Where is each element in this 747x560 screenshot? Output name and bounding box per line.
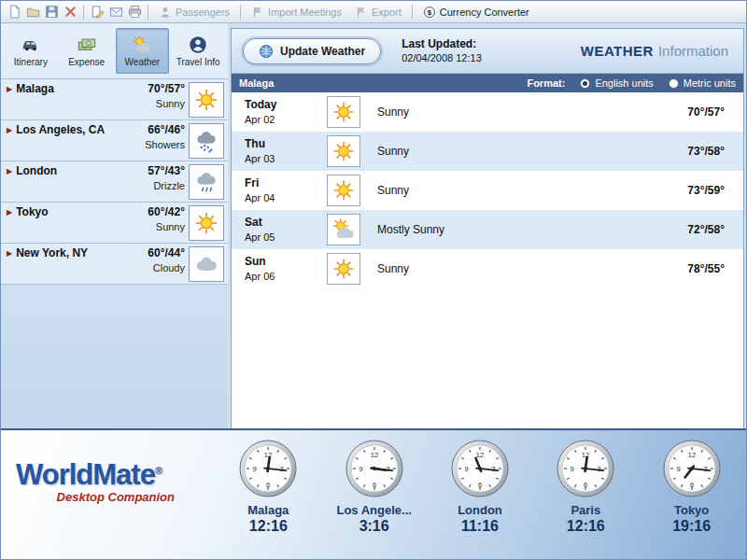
weather-condition-icon xyxy=(189,205,224,241)
bullet-icon: ▶ xyxy=(7,126,12,134)
clock-city-label: Los Angele... xyxy=(336,503,411,517)
bullet-icon: ▶ xyxy=(7,208,12,217)
bullet-icon: ▶ xyxy=(7,85,12,93)
last-updated: Last Updated: 02/04/2008 12:13 xyxy=(402,37,482,65)
world-clock-los-angeles: Los Angele... 3:16 xyxy=(323,439,426,535)
forecast-row-fri: FriApr 04 Sunny 73°/59° xyxy=(232,171,743,210)
delete-icon[interactable] xyxy=(61,3,79,21)
forecast-weather-icon xyxy=(327,253,360,285)
city-condition: Sunny xyxy=(7,98,185,109)
analog-clock-icon xyxy=(238,439,298,498)
send-icon[interactable] xyxy=(106,3,125,21)
toolbar-separator xyxy=(412,5,413,20)
clock-time-label: 19:16 xyxy=(672,518,711,535)
passengers-button[interactable]: Passengers xyxy=(152,5,236,20)
toolbar: Passengers Import Meetings Export $ Curr… xyxy=(1,1,746,23)
edit-icon[interactable] xyxy=(88,3,106,21)
forecast-condition: Sunny xyxy=(377,145,409,158)
city-name: Los Angeles, CA xyxy=(16,123,105,136)
city-row-new-york[interactable]: ▶ New York, NY 60°/44° Cloudy xyxy=(1,244,228,285)
clock-time-label: 12:16 xyxy=(249,518,288,535)
update-weather-button[interactable]: Update Weather xyxy=(243,38,381,64)
currency-converter-button[interactable]: $ Currency Converter xyxy=(416,5,536,20)
forecast-temp: 70°/57° xyxy=(687,105,725,119)
city-row-tokyo[interactable]: ▶ Tokyo 60°/42° Sunny xyxy=(1,203,228,244)
analog-clock-icon xyxy=(345,439,404,498)
clock-time-label: 3:16 xyxy=(359,518,389,535)
forecast-row-thu: ThuApr 03 Sunny 73°/58° xyxy=(232,132,743,171)
print-icon[interactable] xyxy=(125,3,144,21)
radio-icon[interactable] xyxy=(669,78,679,89)
currency-icon: $ xyxy=(423,6,436,19)
clock-city-label: Tokyo xyxy=(674,503,709,517)
forecast-temp: 78°/55° xyxy=(687,262,725,275)
clock-city-label: Paris xyxy=(571,503,600,517)
forecast-row-sat: SatApr 05 Mostly Sunny 72°/58° xyxy=(232,210,743,249)
radio-icon[interactable] xyxy=(580,78,590,89)
toolbar-separator xyxy=(240,5,241,20)
save-icon[interactable] xyxy=(42,3,61,21)
bullet-icon: ▶ xyxy=(7,249,12,258)
city-name: Tokyo xyxy=(16,205,48,218)
page-title: WEATHERInformation xyxy=(581,43,732,59)
import-meetings-icon xyxy=(251,6,264,19)
forecast-condition: Sunny xyxy=(377,184,409,197)
analog-clock-icon xyxy=(556,439,615,498)
city-row-malaga[interactable]: ▶ Malaga 70°/57° Sunny xyxy=(1,79,228,120)
city-row-los-angeles[interactable]: ▶ Los Angeles, CA 66°/46° Showers xyxy=(1,120,228,161)
weather-condition-icon xyxy=(189,246,224,282)
worldmate-logo: WorldMate® Desktop Companion xyxy=(1,430,214,559)
analog-clock-icon xyxy=(662,439,722,498)
world-clocks: Malaga 12:16 Los Angele... 3:16 xyxy=(214,430,746,559)
weather-condition-icon xyxy=(189,82,224,118)
clock-city-label: London xyxy=(458,503,502,517)
forecast-weather-icon xyxy=(327,214,360,245)
tab-expense[interactable]: Expense xyxy=(60,28,114,74)
forecast-temp: 72°/58° xyxy=(687,223,725,236)
city-condition: Cloudy xyxy=(7,262,185,273)
city-weather-list: ▶ Malaga 70°/57° Sunny ▶ Los An xyxy=(1,78,228,285)
weather-header: Update Weather Last Updated: 02/04/2008 … xyxy=(232,29,743,74)
city-temp: 60°/42° xyxy=(148,205,185,218)
new-itinerary-icon[interactable] xyxy=(5,3,23,21)
svg-text:$: $ xyxy=(428,7,432,16)
selected-city-bar: Malaga Format: English units Metric unit… xyxy=(232,74,743,92)
clock-time-label: 11:16 xyxy=(461,518,499,535)
weather-condition-icon xyxy=(189,164,224,200)
weather-condition-icon xyxy=(189,123,224,159)
city-temp: 60°/44° xyxy=(148,246,185,259)
city-row-london[interactable]: ▶ London 57°/43° Drizzle xyxy=(1,161,228,203)
tab-travel-info[interactable]: Travel Info xyxy=(171,28,225,74)
world-clock-malaga: Malaga 12:16 xyxy=(217,439,319,535)
bullet-icon: ▶ xyxy=(7,167,12,175)
forecast-condition: Sunny xyxy=(377,262,409,275)
money-icon xyxy=(77,35,97,55)
import-meetings-button[interactable]: Import Meetings xyxy=(245,5,348,20)
clock-city-label: Malaga xyxy=(247,503,289,517)
worldmate-window: Passengers Import Meetings Export $ Curr… xyxy=(0,0,747,560)
metric-units-radio[interactable]: Metric units xyxy=(669,77,736,89)
clock-time-label: 12:16 xyxy=(567,518,605,535)
forecast-row-sun: SunApr 06 Sunny 78°/55° xyxy=(232,249,743,288)
selected-city-name: Malaga xyxy=(239,77,274,89)
forecast-condition: Mostly Sunny xyxy=(377,223,444,236)
export-button[interactable]: Export xyxy=(348,5,408,20)
weather-icon xyxy=(132,35,152,55)
toolbar-separator xyxy=(83,5,84,20)
city-condition: Drizzle xyxy=(7,180,185,191)
export-icon xyxy=(355,6,368,19)
city-name: Malaga xyxy=(16,82,54,95)
english-units-radio[interactable]: English units xyxy=(580,77,653,89)
tab-itinerary[interactable]: Itinerary xyxy=(4,28,58,74)
open-icon[interactable] xyxy=(23,3,42,21)
forecast-temp: 73°/59° xyxy=(687,184,725,197)
city-temp: 70°/57° xyxy=(148,82,185,95)
passengers-icon xyxy=(159,6,172,19)
world-clock-tokyo: Tokyo 19:16 xyxy=(641,439,743,535)
tab-weather[interactable]: Weather xyxy=(116,28,170,74)
units-format-group: Format: English units Metric units xyxy=(527,77,736,89)
world-clock-paris: Paris 12:16 xyxy=(534,439,637,535)
footer: WorldMate® Desktop Companion Malaga 12:1… xyxy=(1,428,746,559)
city-condition: Showers xyxy=(7,139,185,150)
sidebar: Itinerary Expense Weather xyxy=(1,23,228,428)
